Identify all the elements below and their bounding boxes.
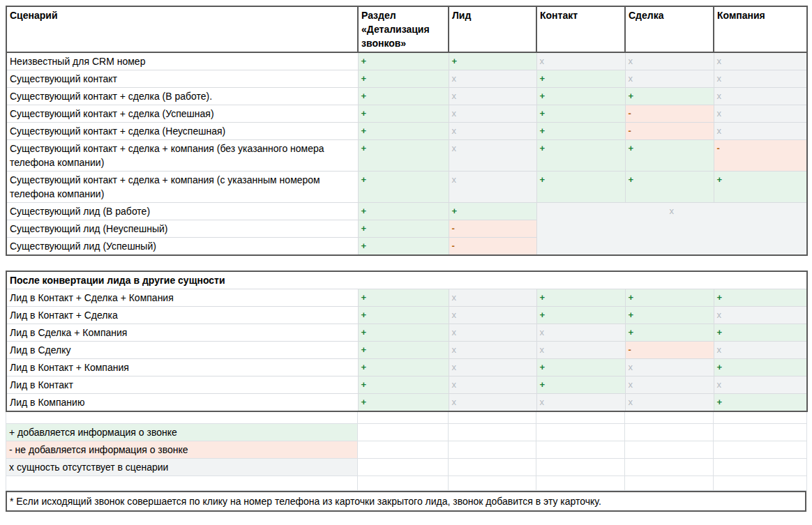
mark-cell-plus: + — [625, 88, 714, 105]
table-row: Лид в Контакт+x+xx — [6, 376, 807, 394]
row-label: Лид в Контакт + Компания — [6, 359, 358, 376]
mark-cell-absent: x — [536, 394, 625, 412]
mark-cell-plus: + — [358, 238, 449, 256]
spreadsheet-area: Сценарий Раздел «Детализация звонков» Ли… — [6, 6, 806, 512]
column-header-deal: Сделка — [625, 6, 714, 52]
mark-cell-minus: - — [449, 238, 536, 256]
empty-cell — [449, 475, 536, 490]
row-label: Существующий лид (Неуспешный) — [6, 220, 358, 238]
mark-cell-plus: + — [625, 307, 714, 324]
mark-cell-plus: + — [358, 140, 449, 172]
row-label: Существующий лид (В работе) — [6, 203, 358, 220]
row-label: Неизвестный для CRM номер — [6, 52, 358, 70]
mark-cell-plus: + — [449, 203, 536, 220]
table-row: Существующий лид (В работе)++x — [6, 203, 807, 220]
empty-cell — [536, 441, 625, 458]
lead-conversion-table: После конвертации лида в другие сущности… — [6, 271, 808, 412]
mark-cell-absent: x — [714, 88, 807, 105]
empty-cell — [449, 458, 536, 475]
empty-cell — [358, 475, 449, 490]
mark-cell-absent: x — [449, 307, 536, 324]
mark-cell-plus: + — [358, 52, 449, 70]
table-row: Лид в Сделку+xx-x — [6, 342, 807, 359]
mark-cell-plus: + — [536, 307, 625, 324]
mark-cell-plus: + — [714, 359, 807, 376]
mark-cell-plus: + — [714, 289, 807, 307]
mark-cell-plus: + — [536, 359, 625, 376]
mark-cell-absent: x — [449, 172, 536, 203]
mark-cell-plus: + — [536, 376, 625, 394]
mark-cell-plus: + — [358, 88, 449, 105]
footnote: * Если исходящий звонок совершается по к… — [6, 491, 806, 512]
row-label: Лид в Компанию — [6, 394, 358, 412]
mark-cell-plus: + — [358, 70, 449, 88]
column-header-lead: Лид — [449, 6, 536, 52]
empty-cell — [625, 441, 714, 458]
table-row: Лид в Сделка + Компания+xx++ — [6, 324, 807, 342]
mark-cell-absent: x — [449, 359, 536, 376]
mark-cell-minus: - — [625, 123, 714, 140]
mark-cell-absent: x — [714, 307, 807, 324]
mark-cell-minus: - — [449, 220, 536, 238]
mark-cell-plus: + — [714, 324, 807, 342]
empty-cell — [536, 475, 625, 490]
mark-cell-plus: + — [536, 289, 625, 307]
row-label: Лид в Контакт + Сделка + Компания — [6, 289, 358, 307]
mark-cell-plus: + — [625, 140, 714, 172]
section-gap — [6, 256, 806, 271]
mark-cell-plus: + — [358, 376, 449, 394]
row-label: Существующий контакт + сделка + компания… — [6, 172, 358, 203]
row-label: Существующий контакт + сделка (Успешная) — [6, 105, 358, 123]
table-row: Существующий контакт + сделка + компания… — [6, 172, 807, 203]
empty-cell — [6, 412, 358, 423]
empty-cell — [358, 441, 449, 458]
table-row: Существующий контакт + сделка (В работе)… — [6, 88, 807, 105]
empty-cell — [714, 441, 807, 458]
column-header-call-details: Раздел «Детализация звонков» — [358, 6, 449, 52]
mark-cell-absent: x — [536, 324, 625, 342]
section-title: После конвертации лида в другие сущности — [6, 271, 807, 289]
legend-row-x: x сущность отсутствует в сценарии — [6, 458, 807, 475]
mark-cell-plus: + — [449, 52, 536, 70]
row-label: Существующий контакт + сделка + компания… — [6, 140, 358, 172]
empty-cell — [714, 423, 807, 441]
legend-row-plus: + добавляется информация о звонке — [6, 423, 807, 441]
empty-cell — [714, 458, 807, 475]
mark-cell-plus: + — [536, 88, 625, 105]
legend-item-minus: - не добавляется информация о звонке — [6, 441, 358, 458]
mark-cell-plus: + — [714, 172, 807, 203]
mark-cell-absent: x — [536, 342, 625, 359]
mark-cell-absent: x — [625, 376, 714, 394]
mark-cell-absent: x — [449, 88, 536, 105]
mark-cell-absent: x — [449, 70, 536, 88]
mark-cell-minus: - — [625, 105, 714, 123]
table-row: Лид в Компанию+xxx+ — [6, 394, 807, 412]
section-title-row: После конвертации лида в другие сущности — [6, 271, 807, 289]
empty-cell — [358, 412, 449, 423]
legend-grid: + добавляется информация о звонке - не д… — [6, 412, 807, 491]
row-label: Лид в Контакт — [6, 376, 358, 394]
mark-cell-plus: + — [358, 394, 449, 412]
mark-cell-plus: + — [358, 342, 449, 359]
column-header-contact: Контакт — [536, 6, 625, 52]
mark-cell-absent: x — [449, 289, 536, 307]
row-label: Лид в Сделка + Компания — [6, 324, 358, 342]
row-label: Существующий контакт + сделка (В работе)… — [6, 88, 358, 105]
mark-cell-plus: + — [536, 123, 625, 140]
mark-cell-absent: x — [714, 52, 807, 70]
mark-cell-absent: x — [449, 105, 536, 123]
table-row: Существующий контакт + сделка + компания… — [6, 140, 807, 172]
empty-cell — [449, 412, 536, 423]
mark-cell-absent: x — [625, 52, 714, 70]
header-row: Сценарий Раздел «Детализация звонков» Ли… — [6, 6, 807, 52]
empty-cell — [714, 412, 807, 423]
empty-cell — [536, 458, 625, 475]
mark-cell-absent: x — [449, 376, 536, 394]
mark-cell-absent: x — [714, 342, 807, 359]
table-row: Существующий контакт + сделка (Успешная)… — [6, 105, 807, 123]
mark-cell-plus: + — [536, 172, 625, 203]
empty-cell — [449, 441, 536, 458]
mark-cell-absent: x — [625, 394, 714, 412]
mark-cell-absent: x — [714, 70, 807, 88]
mark-cell-plus: + — [714, 394, 807, 412]
